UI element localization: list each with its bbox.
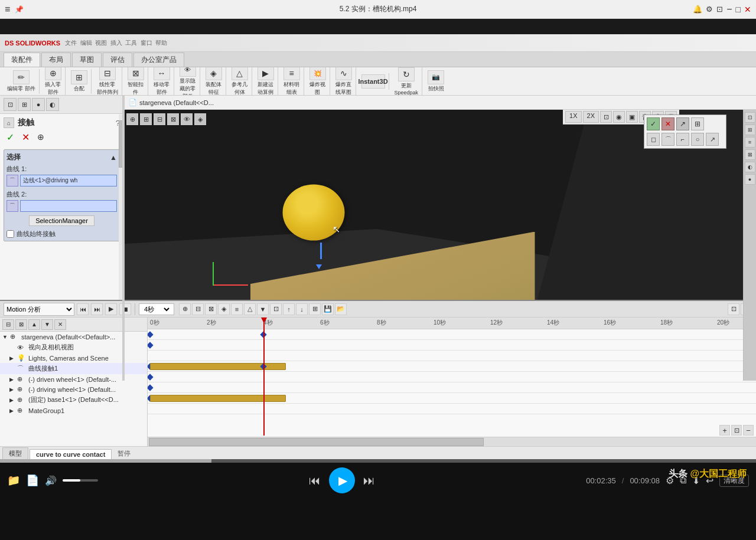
right-icon-2[interactable]: ⊞ (745, 125, 755, 135)
mate-pin-btn[interactable]: ⊕ (34, 130, 47, 143)
mate-dialog-ok[interactable]: ✓ (647, 117, 660, 130)
motion-step-back-btn[interactable]: ⏭ (91, 303, 103, 315)
motion-type-select[interactable]: Motion 分析 基本运动 动画 (4, 303, 74, 316)
panel-icon-display[interactable]: ◐ (46, 98, 59, 111)
mt-btn-8[interactable]: ⊡ (270, 303, 282, 315)
tab-model[interactable]: 模型 (2, 447, 28, 459)
maximize-btn[interactable]: □ (736, 5, 741, 14)
right-icon-1[interactable]: ⊡ (745, 112, 755, 123)
view-1x-btn[interactable]: 1X (565, 111, 581, 123)
tab-layout[interactable]: 布局 (41, 53, 71, 67)
toolbar-insert-part[interactable]: ⊕ 插入零部件 (41, 67, 66, 96)
mt-btn-12[interactable]: 💾 (322, 303, 334, 315)
settings-icon[interactable]: ⚙ (706, 5, 713, 14)
mt-btn-3[interactable]: ⊠ (205, 303, 217, 315)
mt-expand-btn[interactable]: ⊡ (728, 303, 739, 315)
toolbar-edit-part[interactable]: ✏ 编辑零 部件 (4, 69, 40, 94)
tab-office[interactable]: 办公室产品 (133, 53, 184, 67)
panel-icon-feature-tree[interactable]: ⊡ (4, 98, 17, 111)
mt-btn-9[interactable]: ↑ (283, 303, 295, 315)
zoom-in-btn[interactable]: + (719, 425, 730, 436)
motion-play-btn[interactable]: ▶ (105, 303, 117, 315)
toolbar-linear-pattern[interactable]: ⊟ 线性零部件阵列 (93, 67, 122, 96)
tree-item-mategroup[interactable]: ▶ ⊕ MateGroup1 (0, 405, 147, 415)
mt-btn-4[interactable]: ◈ (218, 303, 230, 315)
toolbar-show-hidden[interactable]: 👁 显示隐藏的零部件 (176, 67, 200, 96)
tree-item-lights[interactable]: ▶ 💡 Lights, Cameras and Scene (0, 353, 147, 363)
tree-item-driving[interactable]: ▶ ⊕ (-) driving wheel<1> (Default... (0, 384, 147, 394)
right-icon-3[interactable]: ≡ (745, 137, 755, 148)
mate-tool-arc[interactable]: ⌒ (662, 133, 674, 146)
tree-item-base[interactable]: ▶ ⊕ (固定) base1<1> (Default<<D... (0, 394, 147, 405)
right-icon-6[interactable]: ● (745, 174, 755, 185)
right-icon-5[interactable]: ◐ (745, 162, 755, 172)
progress-bar-container[interactable] (0, 459, 756, 463)
mt-btn-1[interactable]: ⊕ (179, 303, 191, 315)
mtt-close-btn[interactable]: ✕ (54, 319, 66, 330)
toolbar-smart-fastener[interactable]: ⊠ 智能扣件 (124, 67, 148, 96)
tree-item-camera[interactable]: 👁 视向及相机视图 (0, 342, 147, 353)
tab-curve-contact[interactable]: curve to curve contact (30, 449, 112, 459)
mate-tool-line[interactable]: ⌐ (676, 133, 689, 146)
view-orientation-icon[interactable]: ⊞ (140, 113, 152, 125)
always-contact-input[interactable] (6, 230, 14, 238)
tree-item-curve-contact[interactable]: ⌒ 曲线接触1 (0, 363, 147, 374)
mate-ok-btn[interactable]: ✓ (4, 130, 17, 143)
tab-assembly[interactable]: 装配件 (4, 53, 40, 67)
mt-btn-5[interactable]: ≡ (231, 303, 243, 315)
view-icon3[interactable]: ▣ (626, 111, 638, 123)
app-menu-icon[interactable]: ≡ (5, 4, 10, 15)
selection-collapse-icon[interactable]: ▲ (110, 153, 117, 162)
video-skip-back-btn[interactable]: ⏮ (309, 474, 321, 487)
zoom-out-btn[interactable]: − (743, 425, 754, 436)
tab-sketch[interactable]: 草图 (72, 53, 102, 67)
toolbar-snapshot[interactable]: 📷 拍快照 (424, 69, 448, 94)
mate-tool-circle[interactable]: ○ (691, 133, 704, 146)
mt-btn-7[interactable]: ▼ (257, 303, 269, 315)
mt-btn-2[interactable]: ⊟ (192, 303, 204, 315)
toolbar-assembly-feature[interactable]: ◈ 装配体特征 (202, 67, 226, 96)
hide-icon[interactable]: 👁 (181, 113, 193, 125)
mtt-filter-btn[interactable]: ⊟ (2, 319, 14, 330)
volume-slider[interactable] (63, 479, 98, 482)
tab-evaluate[interactable]: 评估 (103, 53, 132, 67)
mt-btn-6[interactable]: △ (244, 303, 256, 315)
motion-stop-btn[interactable]: ⏹ (119, 303, 131, 315)
mate-dialog-expand[interactable]: ⊞ (691, 117, 704, 130)
motion-time-input[interactable]: 4秒2秒8秒 (139, 303, 174, 315)
panel-icon-properties[interactable]: ⊞ (18, 98, 31, 111)
view-icon1[interactable]: ⊡ (600, 111, 612, 123)
appearance-icon[interactable]: ◈ (194, 113, 206, 125)
toolbar-instant3d[interactable]: Instant3D (358, 73, 389, 90)
notification-icon[interactable]: 🔔 (693, 5, 702, 14)
panel-icon-config[interactable]: ● (32, 98, 45, 111)
toolbar-bom[interactable]: ≡ 材料明细表 (280, 67, 304, 96)
view-icon2[interactable]: ◉ (613, 111, 625, 123)
toolbar-reference-geom[interactable]: △ 参考几何体 (228, 67, 252, 96)
motion-rewind-btn[interactable]: ⏮ (77, 303, 89, 315)
toolbar-move-part[interactable]: ↔ 移动零部件 (150, 67, 174, 96)
zoom-reset-btn[interactable]: ⊡ (731, 425, 742, 436)
curve2-field[interactable] (20, 200, 117, 212)
mtt-up-btn[interactable]: ▲ (28, 319, 40, 330)
toolbar-explode[interactable]: 💥 爆炸视图 (306, 67, 330, 96)
close-btn[interactable]: ✕ (744, 5, 751, 14)
mt-btn-13[interactable]: 📂 (335, 303, 347, 315)
mate-cancel-btn[interactable]: ✕ (19, 130, 32, 143)
selection-manager-btn[interactable]: SelectionManager (29, 215, 94, 226)
timeline-scroll-thumb[interactable] (149, 438, 484, 446)
window-icon2[interactable]: ⊡ (716, 5, 723, 14)
video-folder-btn[interactable]: 📁 (7, 474, 20, 487)
mt-btn-11[interactable]: ⊞ (309, 303, 321, 315)
right-icon-4[interactable]: ⊠ (745, 149, 755, 160)
mate-dialog-cancel[interactable]: ✕ (662, 117, 674, 130)
playhead[interactable] (263, 318, 265, 436)
panel-sizer[interactable] (122, 96, 125, 381)
toolbar-explode-line[interactable]: ∿ 爆炸直线草图 (332, 67, 356, 96)
curve1-field[interactable]: 边线<1>@driving wh (20, 175, 117, 186)
mate-tool-select[interactable]: ↗ (706, 133, 719, 146)
mt-btn-10[interactable]: ↓ (296, 303, 308, 315)
toolbar-speedpak[interactable]: ↻ 更新Speedpak (391, 67, 423, 96)
mate-tool-rect[interactable]: ◻ (647, 133, 660, 146)
tree-item-driven[interactable]: ▶ ⊕ (-) driven wheel<1> (Default-... (0, 374, 147, 384)
